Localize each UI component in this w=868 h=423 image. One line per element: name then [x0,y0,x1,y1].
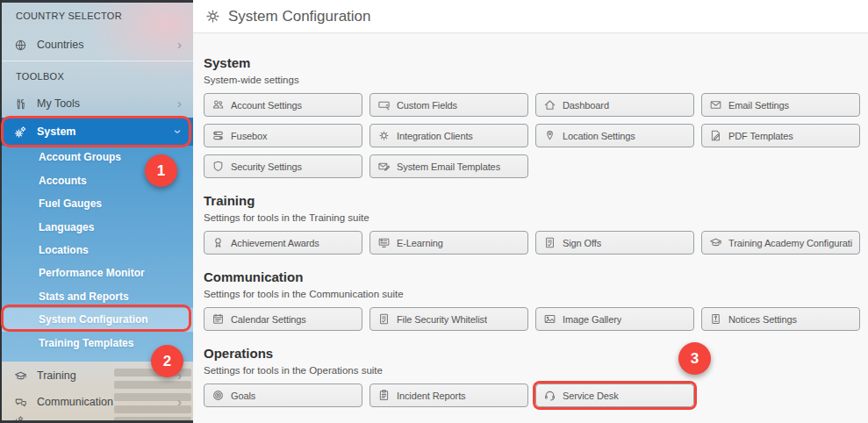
button-notices-settings[interactable]: Notices Settings [701,307,860,331]
sidebar-subitem-performance-monitor[interactable]: Performance Monitor [0,262,193,284]
section-system: SystemSystem-wide settingsAccount Settin… [204,56,868,178]
sidebar-item-label: Communication [37,396,113,408]
envelope-icon [709,98,722,111]
button-label: Email Settings [728,100,789,111]
chevron-down-icon: › [174,130,183,134]
sidebar-subitem-fuel-gauges[interactable]: Fuel Gauges [0,192,193,215]
sidebar-item-communication[interactable]: Communication › [0,391,193,413]
button-label: Achievement Awards [231,238,319,248]
main-content: System Configuration SystemSystem-wide s… [193,0,868,423]
sections: SystemSystem-wide settingsAccount Settin… [193,33,868,407]
button-image-gallery[interactable]: Image Gallery [535,307,694,331]
button-e-learning[interactable]: E-Learning [369,231,528,255]
envelope-pencil-icon [377,160,391,173]
clipboard-icon [377,389,391,402]
sidebar-item-countries[interactable]: Countries › [0,32,193,57]
button-label: Custom Fields [397,100,457,111]
button-training-academy-configuration[interactable]: Training Academy Configuration [701,231,860,255]
button-custom-fields[interactable]: Custom Fields [369,93,528,117]
target-icon [212,389,225,402]
button-account-settings[interactable]: Account Settings [204,93,362,117]
users-icon [212,98,225,111]
button-achievement-awards[interactable]: Achievement Awards [204,231,362,255]
shield-icon [212,160,225,173]
page-title: System Configuration [228,8,371,25]
chevron-right-icon: › [177,99,182,108]
section-title: Operations [204,347,868,360]
button-service-desk[interactable]: Service Desk [535,384,694,407]
sidebar-item-system[interactable]: System › [0,118,193,146]
calendar-icon [212,312,225,326]
page-header: System Configuration [193,0,868,33]
tools-icon [11,97,29,111]
graduation-cap-icon [11,369,29,383]
graduation-cap-icon [709,236,722,249]
button-label: Goals [231,391,255,401]
award-icon [212,236,225,249]
button-grid: Account SettingsCustom FieldsDashboardEm… [204,93,868,178]
sidebar-subitem-stats-and-reports[interactable]: Stats and Reports [0,285,193,308]
button-label: Integration Clients [397,131,473,141]
home-icon [543,98,556,111]
country-selector-header: COUNTRY SELECTOR [16,11,122,21]
gears-icon [11,125,29,139]
button-sign-offs[interactable]: Sign Offs [535,231,694,255]
image-icon [543,312,556,326]
button-label: Service Desk [563,391,619,401]
button-integration-clients[interactable]: Integration Clients [369,124,528,147]
sidebar-item-label: Countries [37,39,84,51]
button-label: Sign Offs [563,238,601,248]
field-icon [377,98,391,111]
notice-icon [709,312,722,326]
section-subtitle: Settings for tools in the Communication … [204,290,868,299]
sidebar-subitem-languages[interactable]: Languages [0,215,193,238]
button-label: Security Settings [231,161,302,172]
button-grid: Calendar SettingsFile Security Whitelist… [204,307,868,331]
speech-bubbles-icon [11,396,29,409]
button-fusebox[interactable]: Fusebox [204,124,362,147]
sidebar-item-label: System [37,125,75,138]
button-label: Incident Reports [397,391,466,401]
globe-icon [11,39,29,52]
button-label: Image Gallery [563,314,621,325]
button-dashboard[interactable]: Dashboard [535,93,694,117]
button-label: PDF Templates [728,131,793,141]
button-file-security-whitelist[interactable]: File Security Whitelist [369,307,528,331]
button-grid: GoalsIncident ReportsService Desk [204,384,868,407]
page-check-icon [543,236,556,249]
map-pin-icon [543,129,556,142]
chevron-right-icon: › [177,40,182,49]
page-check-icon [377,312,391,326]
window-edge [0,0,193,3]
button-goals[interactable]: Goals [204,384,362,407]
sidebar-item-my-tools[interactable]: My Tools › [0,91,193,116]
section-subtitle: Settings for tools in the Operations sui… [204,366,868,376]
sidebar-subitem-locations[interactable]: Locations [0,239,193,262]
screen-icon [377,236,391,249]
button-system-email-templates[interactable]: System Email Templates [369,154,528,178]
button-label: System Email Templates [397,161,500,172]
button-label: Training Academy Configuration [728,238,852,248]
sidebar-subitem-system-configuration[interactable]: System Configuration [0,308,193,331]
gear-integration-icon [377,129,391,142]
button-label: Dashboard [563,100,609,111]
chevron-right-icon: › [177,398,182,406]
app-window: COUNTRY SELECTOR Countries › TOOLBOX My … [0,0,868,423]
button-label: Account Settings [231,100,302,111]
button-email-settings[interactable]: Email Settings [701,93,860,117]
annotation-badge-1: 1 [145,154,177,187]
section-subtitle: Settings for tools in the Training suite [204,213,868,223]
toggles-icon [212,129,225,142]
section-title: Communication [204,270,868,283]
button-security-settings[interactable]: Security Settings [204,154,362,178]
button-location-settings[interactable]: Location Settings [535,124,694,147]
sidebar-divider [2,61,193,61]
section-title: Training [204,194,868,207]
button-incident-reports[interactable]: Incident Reports [369,384,528,407]
button-pdf-templates[interactable]: PDF Templates [701,124,860,147]
button-calendar-settings[interactable]: Calendar Settings [204,307,362,331]
button-label: Fusebox [231,131,268,141]
section-communication: CommunicationSettings for tools in the C… [204,270,868,331]
headset-icon [543,389,556,402]
section-title: System [204,56,868,69]
